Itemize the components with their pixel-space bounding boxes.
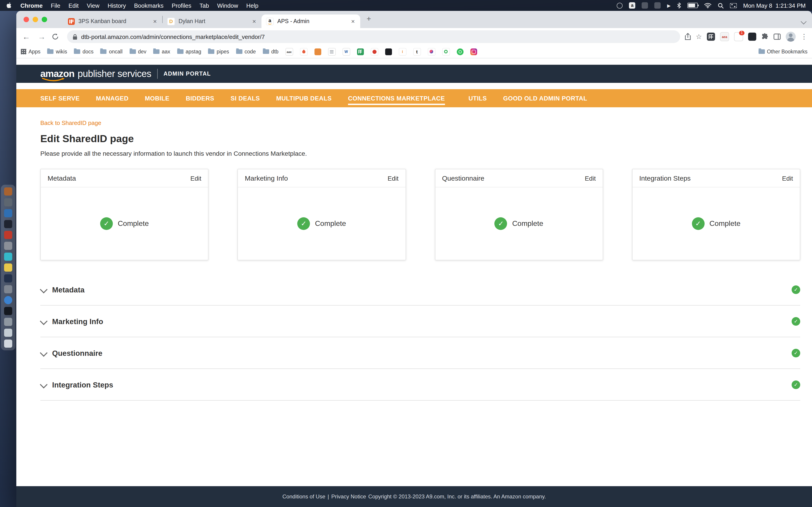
nav-good-old-admin-portal[interactable]: GOOD OLD ADMIN PORTAL bbox=[503, 89, 587, 107]
close-tab-icon[interactable]: × bbox=[251, 18, 257, 24]
menubar-item-tab[interactable]: Tab bbox=[200, 2, 209, 9]
bookmark-folder-oncall[interactable]: oncall bbox=[100, 49, 122, 54]
bookmark-favicon-dark-app[interactable] bbox=[385, 48, 392, 55]
nav-managed[interactable]: MANAGED bbox=[96, 89, 129, 107]
chevron-down-icon[interactable] bbox=[40, 317, 48, 325]
menubar-item-bookmarks[interactable]: Bookmarks bbox=[134, 2, 164, 9]
close-window-button[interactable] bbox=[23, 17, 29, 22]
zoom-window-button[interactable] bbox=[42, 17, 47, 22]
menubar-item-file[interactable]: File bbox=[51, 2, 60, 9]
nav-self-serve[interactable]: SELF SERVE bbox=[40, 89, 80, 107]
extension-badged-icon[interactable]: 1 bbox=[734, 32, 743, 41]
nav-si-deals[interactable]: SI DEALS bbox=[231, 89, 260, 107]
conditions-of-use-link[interactable]: Conditions of Use bbox=[283, 494, 325, 500]
tab-search-chevron-icon[interactable] bbox=[802, 17, 806, 25]
dock-icon[interactable] bbox=[4, 274, 12, 282]
menubar-item-history[interactable]: History bbox=[108, 2, 126, 9]
dock-icon[interactable] bbox=[4, 252, 12, 261]
menubar-clock[interactable]: Mon May 8 1:21:34 PM bbox=[743, 2, 806, 9]
bookmark-folder-dev[interactable]: dev bbox=[130, 49, 146, 54]
bookmark-folder-dtb[interactable]: dtb bbox=[263, 49, 278, 54]
bookmark-folder-wikis[interactable]: wikis bbox=[47, 49, 67, 54]
bookmark-star-icon[interactable]: ☆ bbox=[696, 33, 702, 41]
close-tab-icon[interactable]: × bbox=[350, 18, 356, 24]
wifi-icon[interactable] bbox=[704, 3, 711, 8]
menubar-item-help[interactable]: Help bbox=[246, 2, 258, 9]
bookmark-favicon-instagram[interactable] bbox=[470, 48, 477, 55]
bookmark-favicon-red-circle[interactable] bbox=[370, 48, 378, 55]
bookmark-favicon-wikipedia[interactable]: W bbox=[342, 48, 350, 55]
apple-menu-icon[interactable] bbox=[6, 2, 12, 9]
edit-questionnaire-link[interactable]: Edit bbox=[585, 174, 596, 182]
menubar-item-window[interactable]: Window bbox=[217, 2, 238, 9]
bookmark-favicon-notes[interactable] bbox=[328, 48, 336, 55]
tab-dylan-hart[interactable]: D Dylan Hart × bbox=[163, 14, 261, 28]
dock-icon[interactable] bbox=[4, 231, 12, 239]
section-metadata[interactable]: Metadata ✓ bbox=[40, 274, 800, 305]
bookmark-folder-code[interactable]: code bbox=[236, 49, 256, 54]
menubar-item-profiles[interactable]: Profiles bbox=[172, 2, 192, 9]
dock-trash-icon[interactable] bbox=[4, 340, 12, 348]
bookmark-favicon-green-ring[interactable] bbox=[442, 48, 450, 55]
bookmark-favicon-tumblr[interactable]: t bbox=[413, 48, 421, 55]
spotlight-search-icon[interactable] bbox=[718, 2, 724, 8]
profile-avatar[interactable] bbox=[786, 32, 796, 42]
control-center-icon[interactable] bbox=[730, 3, 737, 8]
play-icon[interactable]: ▶ bbox=[667, 3, 671, 8]
chevron-down-icon[interactable] bbox=[40, 349, 48, 356]
reload-button[interactable] bbox=[52, 33, 62, 40]
address-bar[interactable]: dtb-portal.amazon.com/admin/connections_… bbox=[67, 30, 680, 43]
dock-icon[interactable] bbox=[4, 242, 12, 250]
status-app-icon[interactable] bbox=[642, 2, 648, 9]
bookmark-favicon-rocket[interactable] bbox=[300, 48, 307, 55]
section-questionnaire[interactable]: Questionnaire ✓ bbox=[40, 337, 800, 369]
bookmark-favicon-cube[interactable] bbox=[314, 48, 321, 55]
bookmark-apps[interactable]: Apps bbox=[21, 49, 40, 54]
dock-icon[interactable] bbox=[4, 209, 12, 217]
tab-3ps-kanban-board[interactable]: 3PS Kanban board × bbox=[63, 14, 162, 28]
edit-marketing-info-link[interactable]: Edit bbox=[388, 174, 399, 182]
dock-icon[interactable] bbox=[4, 318, 12, 326]
nav-mobile[interactable]: MOBILE bbox=[145, 89, 169, 107]
bluetooth-icon[interactable] bbox=[677, 2, 681, 9]
dock-icon[interactable] bbox=[4, 307, 12, 315]
extension-aea-icon[interactable]: aea bbox=[720, 32, 729, 41]
bookmark-favicon-sheets[interactable] bbox=[357, 48, 364, 55]
bookmark-folder-docs[interactable]: docs bbox=[74, 49, 94, 54]
menubar-item-view[interactable]: View bbox=[87, 2, 99, 9]
status-app-icon[interactable] bbox=[617, 2, 623, 8]
dock-icon[interactable] bbox=[4, 187, 12, 195]
forward-button[interactable]: → bbox=[36, 33, 47, 41]
padlock-icon[interactable] bbox=[72, 34, 78, 40]
bookmark-favicon-paw[interactable] bbox=[427, 48, 435, 55]
side-panel-icon[interactable] bbox=[773, 34, 781, 40]
dock-icon[interactable] bbox=[4, 198, 12, 207]
dock-icon[interactable] bbox=[4, 296, 12, 304]
chrome-menu-icon[interactable]: ⋮ bbox=[801, 33, 807, 41]
back-button[interactable]: ← bbox=[21, 33, 32, 41]
nav-multipub-deals[interactable]: MULTIPUB DEALS bbox=[276, 89, 332, 107]
dock-icon[interactable] bbox=[4, 329, 12, 337]
section-integration-steps[interactable]: Integration Steps ✓ bbox=[40, 369, 800, 401]
nav-bidders[interactable]: BIDDERS bbox=[186, 89, 214, 107]
menubar-app-name[interactable]: Chrome bbox=[20, 2, 43, 9]
dock-icon[interactable] bbox=[4, 285, 12, 293]
nav-utils[interactable]: UTILS bbox=[468, 89, 487, 107]
chevron-down-icon[interactable] bbox=[40, 285, 48, 293]
amazon-status-icon[interactable]: a bbox=[629, 2, 636, 9]
extension-dark-icon[interactable] bbox=[748, 33, 756, 41]
share-icon[interactable] bbox=[684, 33, 691, 40]
tab-aps-admin-active[interactable]: a APS - Admin × bbox=[261, 14, 360, 28]
minimize-window-button[interactable] bbox=[33, 17, 38, 22]
extensions-puzzle-icon[interactable] bbox=[761, 33, 768, 40]
nav-connections-marketplace[interactable]: CONNECTIONS MARKETPLACE bbox=[348, 89, 445, 107]
dock-icon[interactable] bbox=[4, 264, 12, 272]
other-bookmarks[interactable]: Other Bookmarks bbox=[758, 49, 807, 54]
new-tab-button[interactable]: + bbox=[363, 13, 375, 25]
bookmark-favicon-info[interactable]: i bbox=[399, 48, 406, 55]
menubar-item-edit[interactable]: Edit bbox=[68, 2, 79, 9]
bookmark-favicon-aax[interactable]: aax bbox=[285, 48, 293, 55]
bookmark-folder-pipes[interactable]: pipes bbox=[208, 49, 229, 54]
section-marketing-info[interactable]: Marketing Info ✓ bbox=[40, 305, 800, 337]
back-to-sharedid-link[interactable]: Back to SharedID page bbox=[40, 119, 101, 126]
